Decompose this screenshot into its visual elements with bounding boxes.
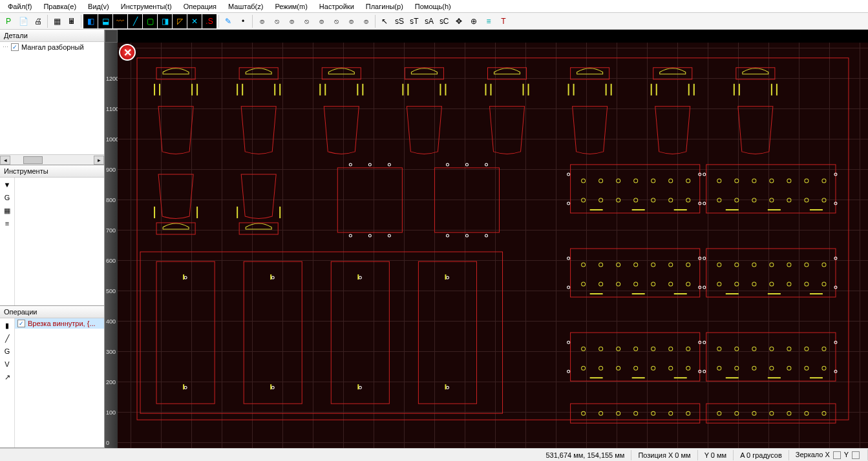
grid-icon[interactable]: ▦ (50, 14, 64, 28)
ruler-vertical[interactable]: 0100200300400500600700800900100011001200 (105, 43, 118, 448)
tree-item-mangal[interactable]: ⋯ ✓ Мангал разборный (0, 42, 104, 52)
svg-point-177 (686, 347, 690, 351)
target-icon[interactable]: ⊕ (467, 14, 481, 28)
svg-point-105 (717, 179, 721, 183)
canvas-inner: 0100200300400500600700800900100011001200… (105, 43, 868, 448)
svg-point-138 (651, 282, 655, 286)
text-icon[interactable]: T (496, 14, 511, 28)
svg-point-215 (582, 411, 586, 415)
bulb1-icon[interactable]: ⌾ (255, 14, 269, 28)
mirror-x-checkbox[interactable] (833, 451, 841, 459)
menu-4[interactable]: Операция (178, 1, 222, 12)
line-icon[interactable]: ╱ (128, 14, 142, 28)
svg-point-93 (634, 198, 638, 202)
details-hscroll[interactable]: ◂ ▸ (0, 154, 104, 165)
bars-icon[interactable]: ≡ (482, 14, 496, 28)
svg-point-133 (686, 263, 690, 267)
svg-point-127 (582, 263, 586, 267)
bulb4-icon[interactable]: ⍉ (299, 14, 313, 28)
snap1-icon[interactable]: ꜱS (392, 14, 407, 28)
menu-7[interactable]: Настройки (314, 1, 359, 12)
pen-icon[interactable]: ╱ (1, 333, 13, 344)
tools-body: ▼G▦≡ (0, 178, 104, 305)
svg-point-68 (271, 276, 274, 279)
diag-icon[interactable]: ◸ (173, 14, 187, 28)
toolbar-separator (252, 15, 253, 28)
table-icon[interactable]: ▦ (1, 205, 13, 216)
svg-point-94 (651, 198, 655, 202)
menu-2[interactable]: Вид(v) (83, 1, 114, 12)
bulb7-icon[interactable]: ⌾ (344, 14, 358, 28)
tool-palette-1: ▼G▦≡ (0, 178, 14, 305)
brush2-icon[interactable]: ▮ (1, 320, 13, 331)
scroll-right-icon[interactable]: ▸ (94, 156, 104, 165)
op-item-vrezka[interactable]: ✓ Врезка виннутри, {... (15, 318, 104, 329)
drawing-canvas[interactable]: ✕ (118, 43, 868, 448)
calc-icon[interactable]: 🖩 (65, 14, 79, 28)
dot-icon[interactable]: • (236, 14, 250, 28)
bulb6-icon[interactable]: ⍉ (329, 14, 343, 28)
svg-point-122 (703, 173, 706, 176)
brush-icon[interactable]: ✎ (221, 14, 235, 28)
mode1-icon[interactable]: ◧ (83, 14, 98, 28)
tool-palette-2: ▮╱GV↗ (0, 318, 14, 447)
svg-point-219 (651, 411, 655, 415)
svg-point-204 (787, 366, 791, 370)
ops-list[interactable]: ✓ Врезка виннутри, {... (14, 318, 104, 447)
tree-checkbox[interactable]: ✓ (11, 43, 19, 51)
svg-point-194 (735, 347, 739, 351)
menu-0[interactable]: Файл(f) (3, 1, 37, 12)
snap2-icon[interactable]: ꜱT (407, 14, 421, 28)
svg-point-171 (582, 347, 586, 351)
print-icon[interactable]: 🖨 (31, 14, 45, 28)
status-mirror: Зеркало X Y (789, 449, 868, 460)
menu-5[interactable]: Маштаб(z) (223, 1, 268, 12)
bulb2-icon[interactable]: ⍉ (270, 14, 284, 28)
svg-point-96 (686, 198, 690, 202)
menu-1[interactable]: Правка(e) (38, 1, 81, 12)
svg-rect-61 (140, 252, 502, 413)
g2-icon[interactable]: G (1, 345, 13, 357)
svg-point-78 (446, 276, 449, 279)
svg-point-88 (669, 179, 673, 183)
p-icon[interactable]: P (1, 14, 16, 28)
menu-8[interactable]: Плагины(p) (361, 1, 408, 12)
scroll-track[interactable] (10, 156, 94, 165)
details-tree[interactable]: ⋯ ✓ Мангал разборный (0, 42, 104, 154)
svg-point-229 (822, 411, 826, 415)
tools-list[interactable] (14, 178, 104, 305)
g-icon[interactable]: G (1, 192, 13, 203)
rect1-icon[interactable]: ▢ (143, 14, 157, 28)
v-icon[interactable]: V (1, 358, 13, 370)
svg-point-200 (717, 366, 721, 370)
bulb5-icon[interactable]: ⌾ (314, 14, 328, 28)
bulb3-icon[interactable]: ⌾ (284, 14, 299, 28)
menu-6[interactable]: Режим(m) (270, 1, 312, 12)
pointer-icon[interactable]: ↖ (377, 14, 392, 28)
arrow-icon[interactable]: ↗ (1, 371, 13, 383)
svg-rect-104 (706, 165, 836, 213)
menu-9[interactable]: Помощь(h) (410, 1, 456, 12)
op-checkbox[interactable]: ✓ (17, 320, 25, 327)
menu-3[interactable]: Инструменты(t) (116, 1, 177, 12)
bulb8-icon[interactable]: ⌾ (359, 14, 373, 28)
tree-expand-icon[interactable]: ⋯ (3, 44, 8, 50)
move-icon[interactable]: ✥ (452, 14, 466, 28)
svg-point-217 (617, 411, 620, 415)
mirror-y-checkbox[interactable] (852, 451, 860, 459)
open-icon[interactable]: 📄 (16, 14, 30, 28)
scroll-left-icon[interactable]: ◂ (0, 156, 10, 165)
svg-point-112 (717, 198, 721, 202)
snap3-icon[interactable]: ꜱA (422, 14, 436, 28)
wave-icon[interactable]: 〰 (113, 14, 127, 28)
mode2-icon[interactable]: ⬓ (98, 14, 112, 28)
svg-point-203 (770, 366, 774, 370)
scroll-thumb[interactable] (23, 156, 43, 164)
fill-icon[interactable]: ▼ (1, 179, 13, 190)
misc-icon[interactable]: ≡ (1, 218, 13, 229)
close-icon[interactable]: ✕ (119, 44, 136, 61)
snap4-icon[interactable]: ꜱC (437, 14, 451, 28)
as-icon[interactable]: .S (202, 14, 217, 28)
cross-icon[interactable]: ✕ (187, 14, 202, 28)
rect2-icon[interactable]: ◨ (158, 14, 172, 28)
